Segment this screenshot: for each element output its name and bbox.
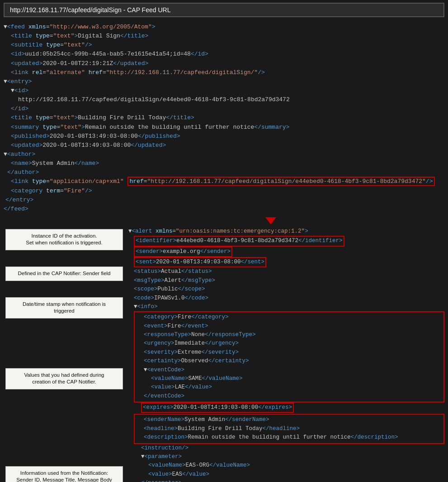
cap-instruction: <instruction/> — [128, 444, 444, 453]
cap-sent: <sent>2020-01-08T13:49:03-08:00</sent> — [128, 257, 444, 267]
feed-line-5: <updated>2020-01-08T22:19:21Z</updated> — [4, 59, 444, 68]
feed-category: <category term="Fire"/> — [4, 187, 444, 196]
feed-author-close: </author> — [4, 168, 444, 177]
cap-status: <status>Actual</status> — [128, 267, 444, 276]
feed-entry-close: </entry> — [4, 196, 444, 205]
cap-identifier: <identifier>e44ebed0-4618-4bf3-9c81-8bd2… — [128, 236, 444, 246]
cap-headline: <headline>Building Fire Drill Today</hea… — [137, 425, 442, 433]
feed-updated: <updated>2020-01-08T13:49:03-08:00</upda… — [4, 141, 444, 150]
cap-sender: <sender>example.org</sender> — [128, 247, 444, 257]
cap-value-lae: <value>LAE</value> — [137, 383, 442, 392]
cap-notification-info-block: <senderName>System Admin</senderName> <h… — [134, 414, 444, 444]
feed-id-val: http://192.168.11.77/capfeed/digitalSign… — [4, 95, 444, 104]
cap-sendername: <senderName>System Admin</senderName> — [137, 416, 442, 424]
title-bar: http://192.168.11.77/capfeed/digitalSign… — [4, 3, 444, 17]
feed-author-open: ▼<author> — [4, 150, 444, 159]
annotation-notification-info: Information used from the Notification:S… — [5, 466, 123, 482]
feed-close: </feed> — [4, 205, 444, 214]
cap-certainty: <certainty>Observed</certainty> — [137, 357, 442, 365]
cap-eventcode-open: ▼<eventCode> — [137, 366, 442, 374]
cap-event: <event>Fire</event> — [137, 322, 442, 331]
feed-id-close: </id> — [4, 104, 444, 113]
feed-entry: ▼<entry> — [4, 77, 444, 86]
down-arrow — [0, 217, 448, 225]
annotation-cap-values: Values that you had defined duringcreati… — [5, 368, 123, 389]
cap-valuename-same: <valueName>SAME</valueName> — [137, 374, 442, 383]
cap-info-open: ▼<info> — [128, 303, 444, 311]
cap-responsetype: <responseType>None</responseType> — [137, 331, 442, 339]
feed-line-2: <title type="text">Digital Sign</title> — [4, 32, 444, 41]
cap-info-values-block: <category>Fire</category> <event>Fire</e… — [134, 311, 444, 402]
cap-urgency: <urgency>Immediate</urgency> — [137, 339, 442, 348]
feed-title: <title type="text">Building Fire Drill T… — [4, 113, 444, 122]
cap-parameter-open: ▼<parameter> — [128, 453, 444, 461]
annotation-sender-field: Defined in the CAP Notifier: Sender fiel… — [5, 267, 123, 281]
feed-name: <name>System Admin</name> — [4, 159, 444, 168]
cap-parameter-close: </parameter> — [128, 479, 444, 482]
cap-code: <code>IPAWSv1.0</code> — [128, 294, 444, 303]
feed-line-1: ▼<feed xmlns="http://www.w3.org/2005/Ato… — [4, 23, 444, 32]
cap-msgtype: <msgType>Alert</msgType> — [128, 276, 444, 285]
cap-description: <description>Remain outside the building… — [137, 433, 442, 442]
cap-value-eas: <value>EAS</value> — [128, 470, 444, 479]
feed-line-6: <link rel="alternate" href="http://192.1… — [4, 68, 444, 77]
cap-scope: <scope>Public</scope> — [128, 285, 444, 294]
feed-line-3: <subtitle type="text"/> — [4, 41, 444, 50]
annotation-datetime: Date/time stamp when notification istrig… — [5, 297, 123, 318]
feed-line-4: <id>uuid:05b254cc-999b-445a-bab5-7e1615e… — [4, 50, 444, 59]
feed-id-open: ▼<id> — [4, 86, 444, 95]
cap-expires: <expires>2020-01-08T14:19:03-08:00</expi… — [128, 402, 444, 413]
cap-xml-section: ▼<alert xmlns="urn:oasis:names:tc:emerge… — [127, 225, 448, 482]
annotation-instance-id: Instance ID of the activation.Set when n… — [5, 229, 123, 250]
cap-eventcode-close: </eventCode> — [137, 392, 442, 401]
feed-published: <published>2020-01-08T13:49:03-08:00</pu… — [4, 132, 444, 141]
cap-severity: <severity>Extreme</severity> — [137, 348, 442, 357]
cap-alert-open: ▼<alert xmlns="urn:oasis:names:tc:emerge… — [128, 227, 444, 236]
cap-valuename-eas: <valueName>EAS-ORG</valueName> — [128, 461, 444, 470]
cap-category: <category>Fire</category> — [137, 313, 442, 322]
feed-summary: <summary type="text">Remain outside the … — [4, 123, 444, 132]
annotations-column: Instance ID of the activation.Set when n… — [0, 225, 127, 482]
atom-feed-section: ▼<feed xmlns="http://www.w3.org/2005/Ato… — [0, 20, 448, 216]
feed-link-cap: <link type="application/cap+xml" href="h… — [4, 177, 444, 186]
bottom-section: Instance ID of the activation.Set when n… — [0, 225, 448, 482]
